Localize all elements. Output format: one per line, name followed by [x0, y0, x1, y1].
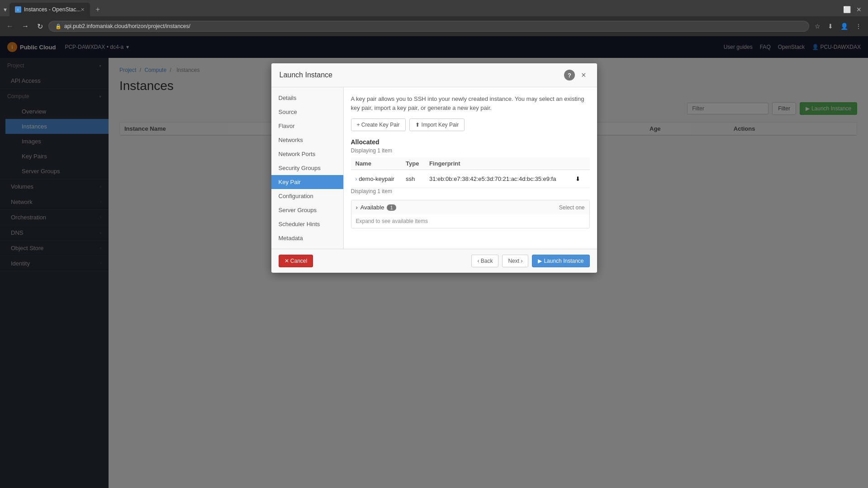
nav-item-scheduler-hints[interactable]: Scheduler Hints [271, 217, 343, 231]
allocated-col-action [567, 157, 589, 170]
back-btn[interactable]: ‹ Back [471, 255, 498, 267]
import-key-pair-btn[interactable]: ⬆ Import Key Pair [409, 118, 465, 131]
allocated-row-fingerprint: 31:eb:0b:e7:38:42:e5:3d:70:21:ac:4d:bc:3… [425, 170, 567, 188]
available-label: Available [360, 204, 384, 211]
forward-btn[interactable]: → [19, 20, 32, 32]
menu-btn[interactable]: ⋮ [853, 21, 864, 32]
nav-item-metadata[interactable]: Metadata [271, 231, 343, 245]
launch-instance-label: Launch Instance [544, 258, 583, 264]
row-expand-btn[interactable]: › [356, 176, 357, 182]
tab-list-arrow[interactable]: ▾ [4, 6, 7, 13]
active-tab[interactable]: i Instances - OpenStac... ✕ [9, 3, 90, 16]
allocated-table: Name Type Fingerprint › demo-keypair [351, 157, 590, 188]
tab-close-btn[interactable]: ✕ [81, 7, 85, 13]
launch-instance-icon: ▶ [538, 258, 542, 264]
help-btn[interactable]: ? [564, 70, 575, 81]
nav-item-configuration[interactable]: Configuration [271, 189, 343, 203]
launch-instance-modal: Launch Instance ? × Details Source Flavo… [271, 63, 597, 273]
available-header[interactable]: › Available 1 Select one [351, 200, 589, 214]
launch-instance-btn[interactable]: ▶ Launch Instance [532, 255, 589, 267]
back-btn[interactable]: ← [4, 20, 16, 32]
modal-nav: Details Source Flavor Networks Network P… [271, 87, 344, 249]
profile-btn[interactable]: 👤 [838, 21, 851, 32]
modal-footer: ✕ Cancel ‹ Back Next › ▶ Launch Instance [271, 249, 597, 273]
modal-description: A key pair allows you to SSH into your n… [351, 95, 590, 112]
key-pair-name: demo-keypair [359, 175, 394, 182]
import-icon: ⬆ [415, 122, 420, 128]
modal-footer-right: ‹ Back Next › ▶ Launch Instance [471, 255, 589, 267]
allocated-label: Allocated [351, 138, 590, 146]
nav-item-security-groups[interactable]: Security Groups [271, 161, 343, 175]
address-bar[interactable]: 🔒 api.pub2.infomaniak.cloud/horizon/proj… [48, 21, 809, 32]
deallocate-btn[interactable]: ⬇ [572, 174, 584, 184]
url-text: api.pub2.infomaniak.cloud/horizon/projec… [64, 23, 190, 29]
nav-item-server-groups[interactable]: Server Groups [271, 203, 343, 217]
allocated-count-bottom: Displaying 1 item [351, 188, 590, 194]
allocated-section: Allocated Displaying 1 item Name Type Fi… [351, 138, 590, 194]
import-key-pair-label: Import Key Pair [422, 122, 459, 128]
modal-close-btn[interactable]: × [579, 70, 589, 80]
allocated-col-name: Name [351, 157, 402, 170]
modal-header: Launch Instance ? × [271, 63, 597, 87]
modal-key-pair-actions: + Create Key Pair ⬆ Import Key Pair [351, 118, 590, 131]
available-section: › Available 1 Select one Expand to see a… [351, 200, 590, 228]
back-label: ‹ Back [477, 258, 493, 264]
reload-btn[interactable]: ↻ [34, 20, 46, 33]
available-expand-icon: › [356, 204, 358, 211]
table-row: › demo-keypair ssh 31:eb:0b:e7:38:42:e5:… [351, 170, 590, 188]
nav-item-network-ports[interactable]: Network Ports [271, 147, 343, 161]
close-window-btn[interactable]: ✕ [854, 4, 864, 15]
lock-icon: 🔒 [55, 24, 62, 29]
available-expand-hint: Expand to see available items [351, 214, 589, 228]
create-key-pair-label: + Create Key Pair [357, 122, 400, 128]
available-header-left: › Available 1 [356, 204, 396, 211]
nav-item-networks[interactable]: Networks [271, 133, 343, 147]
next-label: Next › [508, 258, 522, 264]
modal-content-panel: A key pair allows you to SSH into your n… [344, 87, 597, 249]
nav-item-details[interactable]: Details [271, 91, 343, 105]
modal-body: Details Source Flavor Networks Network P… [271, 87, 597, 249]
cancel-btn[interactable]: ✕ Cancel [279, 255, 313, 267]
allocated-col-type: Type [401, 157, 425, 170]
download-btn[interactable]: ⬇ [825, 21, 836, 32]
allocated-row-name: › demo-keypair [351, 170, 402, 188]
nav-item-key-pair[interactable]: Key Pair [271, 175, 343, 189]
nav-item-flavor[interactable]: Flavor [271, 119, 343, 133]
select-one-label: Select one [559, 204, 585, 211]
tab-favicon: i [15, 6, 21, 13]
bookmark-btn[interactable]: ☆ [812, 21, 823, 32]
restore-btn[interactable]: ⬜ [840, 4, 854, 15]
next-btn[interactable]: Next › [502, 255, 528, 267]
allocated-row-deallocate: ⬇ [567, 170, 589, 188]
cancel-label: ✕ Cancel [285, 258, 308, 264]
nav-item-source[interactable]: Source [271, 105, 343, 119]
available-badge: 1 [387, 204, 396, 211]
tab-label: Instances - OpenStac... [24, 6, 81, 13]
new-tab-btn[interactable]: + [93, 5, 102, 14]
allocated-count: Displaying 1 item [351, 147, 590, 154]
create-key-pair-btn[interactable]: + Create Key Pair [351, 118, 406, 131]
allocated-row-type: ssh [401, 170, 425, 188]
modal-title: Launch Instance [280, 71, 332, 79]
modal-overlay: Launch Instance ? × Details Source Flavo… [0, 36, 868, 488]
allocated-col-fingerprint: Fingerprint [425, 157, 567, 170]
